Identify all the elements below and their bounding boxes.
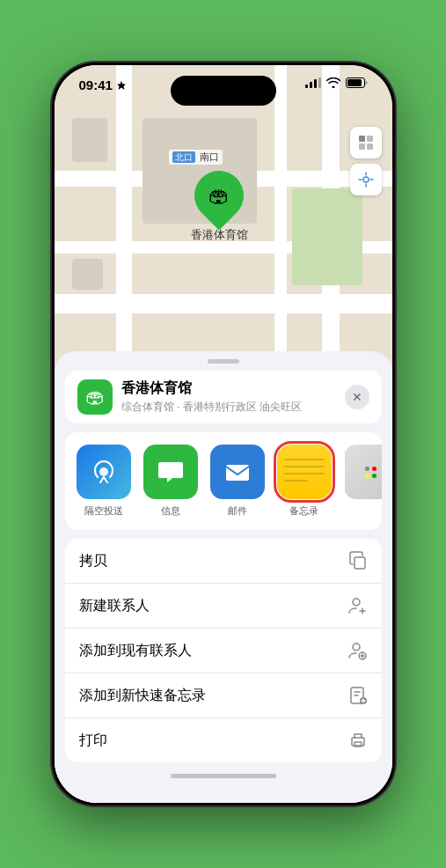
- more-icon: [345, 445, 382, 499]
- location-header: 🏟 香港体育馆 综合体育馆 · 香港特别行政区 油尖旺区 ✕: [65, 371, 382, 423]
- svg-rect-17: [355, 557, 365, 569]
- sheet-handle: [208, 359, 239, 364]
- phone-frame: 09:41: [52, 63, 395, 805]
- action-new-contact[interactable]: 新建联系人: [65, 584, 382, 629]
- location-info: 香港体育馆 综合体育馆 · 香港特别行政区 油尖旺区: [121, 379, 345, 415]
- svg-point-15: [99, 467, 108, 476]
- location-button[interactable]: [350, 164, 382, 195]
- home-bar: [171, 774, 276, 778]
- map-view-button[interactable]: [350, 127, 382, 158]
- print-icon: [348, 731, 368, 750]
- svg-rect-3: [318, 77, 321, 88]
- svg-rect-9: [367, 143, 373, 150]
- svg-rect-5: [347, 79, 362, 86]
- action-add-notes[interactable]: 添加到新快速备忘录: [65, 673, 382, 718]
- svg-rect-24: [355, 742, 362, 747]
- svg-rect-16: [226, 465, 249, 481]
- person-plus-icon: [348, 641, 368, 660]
- mail-icon: [210, 445, 265, 499]
- map-label-nankou: 北口 南口: [169, 150, 223, 165]
- action-print-label: 打印: [79, 732, 107, 750]
- svg-rect-7: [367, 136, 373, 142]
- svg-point-10: [363, 177, 369, 182]
- person-add-icon: [348, 596, 368, 615]
- svg-rect-8: [359, 143, 365, 150]
- location-description: 综合体育馆 · 香港特别行政区 油尖旺区: [121, 400, 345, 415]
- share-item-more[interactable]: [345, 445, 382, 499]
- message-label: 信息: [161, 504, 180, 518]
- svg-rect-6: [359, 136, 365, 142]
- map-pin: 🏟 香港体育馆: [191, 171, 248, 243]
- airdrop-label: 隔空投送: [84, 504, 123, 518]
- mail-label: 邮件: [228, 504, 247, 518]
- action-add-existing[interactable]: 添加到现有联系人: [65, 629, 382, 673]
- copy-icon: [348, 551, 368, 570]
- share-item-notes[interactable]: 备忘录: [278, 445, 331, 518]
- share-item-message[interactable]: 信息: [144, 445, 197, 518]
- svg-point-18: [353, 599, 360, 606]
- close-button[interactable]: ✕: [345, 385, 369, 409]
- status-icons: [305, 77, 368, 88]
- notes-icon: [277, 445, 332, 499]
- share-item-airdrop[interactable]: 隔空投送: [77, 445, 130, 518]
- action-list: 拷贝 新建联系人 添加到现有联系人: [65, 539, 382, 762]
- notes-label: 备忘录: [289, 504, 318, 518]
- svg-rect-0: [305, 85, 308, 88]
- action-print[interactable]: 打印: [65, 718, 382, 762]
- home-indicator: [55, 766, 392, 785]
- action-copy-label: 拷贝: [79, 552, 107, 570]
- action-new-contact-label: 新建联系人: [79, 597, 150, 615]
- message-icon: [143, 445, 198, 499]
- airdrop-icon: [77, 445, 131, 499]
- dynamic-island: [171, 76, 276, 106]
- location-name: 香港体育馆: [121, 379, 345, 398]
- note-add-icon: [348, 686, 368, 705]
- action-copy[interactable]: 拷贝: [65, 539, 382, 584]
- action-add-existing-label: 添加到现有联系人: [79, 642, 192, 660]
- svg-rect-2: [314, 79, 317, 88]
- share-items: 隔空投送 信息: [77, 445, 369, 518]
- map-controls: [350, 127, 382, 197]
- svg-rect-1: [310, 82, 312, 88]
- status-time: 09:41: [79, 77, 127, 92]
- location-icon: 🏟: [77, 379, 113, 415]
- share-row: 隔空投送 信息: [65, 432, 382, 530]
- svg-point-19: [353, 644, 360, 651]
- bottom-sheet: 🏟 香港体育馆 综合体育馆 · 香港特别行政区 油尖旺区 ✕: [55, 351, 392, 803]
- action-add-notes-label: 添加到新快速备忘录: [79, 687, 206, 705]
- share-item-mail[interactable]: 邮件: [211, 445, 264, 518]
